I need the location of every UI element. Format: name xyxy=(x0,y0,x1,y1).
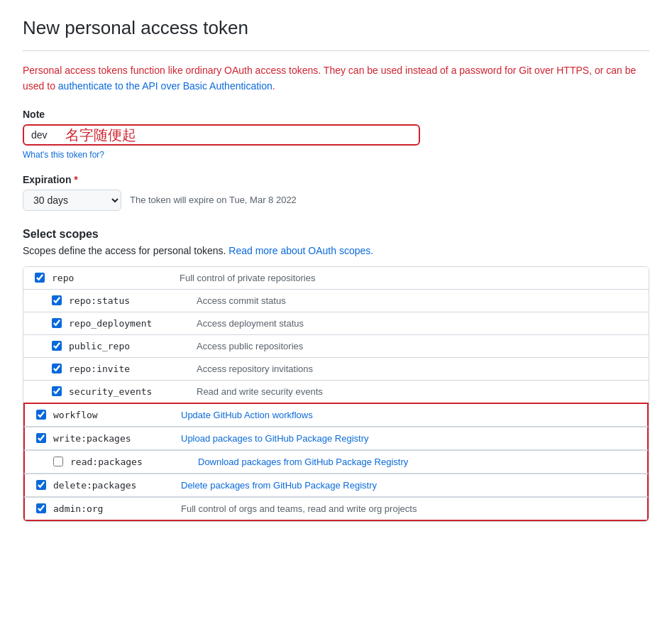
note-label: Note xyxy=(23,109,649,120)
scope-desc-public-repo: Access public repositories xyxy=(197,341,637,351)
scope-desc-write-packages: Upload packages to GitHub Package Regist… xyxy=(181,433,636,444)
scope-checkbox-admin-org[interactable] xyxy=(36,503,46,513)
scope-checkbox-delete-packages[interactable] xyxy=(36,480,46,490)
scope-desc-workflow: Update GitHub Action workflows xyxy=(181,410,636,420)
scope-name-security-events: security_events xyxy=(69,386,197,397)
scope-desc-repo-invite: Access repository invitations xyxy=(197,364,637,374)
expiration-select[interactable]: 7 days 30 days 60 days 90 days Custom No… xyxy=(23,190,121,211)
scope-checkbox-read-packages[interactable] xyxy=(53,457,63,466)
page-description: Personal access tokens function like ord… xyxy=(23,62,649,94)
scope-checkbox-write-packages[interactable] xyxy=(36,433,46,443)
scope-row-workflow: workflow Update GitHub Action workflows xyxy=(23,403,649,427)
scope-desc-repo: Full control of private repositories xyxy=(180,273,637,283)
scope-checkbox-repo-deployment[interactable] xyxy=(52,318,62,328)
expiration-section: Expiration * 7 days 30 days 60 days 90 d… xyxy=(23,174,649,211)
scope-desc-admin-org: Full control of orgs and teams, read and… xyxy=(181,503,636,514)
expiration-row: 7 days 30 days 60 days 90 days Custom No… xyxy=(23,190,649,211)
scope-checkbox-workflow[interactable] xyxy=(36,410,46,420)
required-indicator: * xyxy=(74,174,77,185)
scopes-title: Select scopes xyxy=(23,228,649,241)
scope-row-admin-org: admin:org Full control of orgs and teams… xyxy=(23,497,649,521)
auth-link[interactable]: authenticate to the API over Basic Authe… xyxy=(58,80,272,92)
token-purpose-link[interactable]: What's this token for? xyxy=(23,150,104,160)
scope-name-admin-org: admin:org xyxy=(53,503,181,514)
scope-desc-read-packages: Download packages from GitHub Package Re… xyxy=(198,457,636,467)
scope-name-repo-deployment: repo_deployment xyxy=(69,318,197,329)
scope-row-repo-deployment: repo_deployment Access deployment status xyxy=(23,312,649,335)
expiration-label: Expiration * xyxy=(23,174,649,185)
scope-row-read-packages: read:packages Download packages from Git… xyxy=(23,450,649,474)
scope-checkbox-repo-invite[interactable] xyxy=(52,364,62,373)
scope-checkbox-security-events[interactable] xyxy=(52,386,62,396)
scopes-section: Select scopes Scopes define the access f… xyxy=(23,228,649,522)
scope-name-workflow: workflow xyxy=(53,410,181,420)
scope-row-repo-status: repo:status Access commit status xyxy=(23,290,649,312)
oauth-scopes-link[interactable]: Read more about OAuth scopes. xyxy=(228,245,373,256)
scope-desc-repo-status: Access commit status xyxy=(197,295,637,306)
scope-name-repo: repo xyxy=(52,273,180,283)
scope-desc-delete-packages: Delete packages from GitHub Package Regi… xyxy=(181,480,636,491)
scope-name-public-repo: public_repo xyxy=(69,341,197,351)
note-input[interactable] xyxy=(23,124,420,146)
scopes-description: Scopes define the access for personal to… xyxy=(23,245,649,256)
scope-name-repo-invite: repo:invite xyxy=(69,364,197,374)
scope-name-delete-packages: delete:packages xyxy=(53,480,181,491)
scope-row-public-repo: public_repo Access public repositories xyxy=(23,335,649,358)
scope-row-delete-packages: delete:packages Delete packages from Git… xyxy=(23,474,649,497)
scope-name-repo-status: repo:status xyxy=(69,295,197,306)
scope-desc-repo-deployment: Access deployment status xyxy=(197,318,637,329)
scope-name-read-packages: read:packages xyxy=(70,457,198,467)
scope-desc-security-events: Read and write security events xyxy=(197,386,637,397)
scope-checkbox-repo-status[interactable] xyxy=(52,295,62,305)
scope-row-repo: repo Full control of private repositorie… xyxy=(23,267,649,290)
scope-row-repo-invite: repo:invite Access repository invitation… xyxy=(23,358,649,381)
scope-row-security-events: security_events Read and write security … xyxy=(23,381,649,403)
expiration-hint: The token will expire on Tue, Mar 8 2022 xyxy=(130,195,297,205)
scope-row-write-packages: write:packages Upload packages to GitHub… xyxy=(23,427,649,450)
page-title: New personal access token xyxy=(23,17,649,51)
scope-name-write-packages: write:packages xyxy=(53,433,181,444)
scopes-table: repo Full control of private repositorie… xyxy=(23,266,649,522)
note-input-wrapper: 名字随便起 xyxy=(23,124,649,146)
scope-checkbox-repo[interactable] xyxy=(35,273,45,283)
scope-checkbox-public-repo[interactable] xyxy=(52,341,62,351)
